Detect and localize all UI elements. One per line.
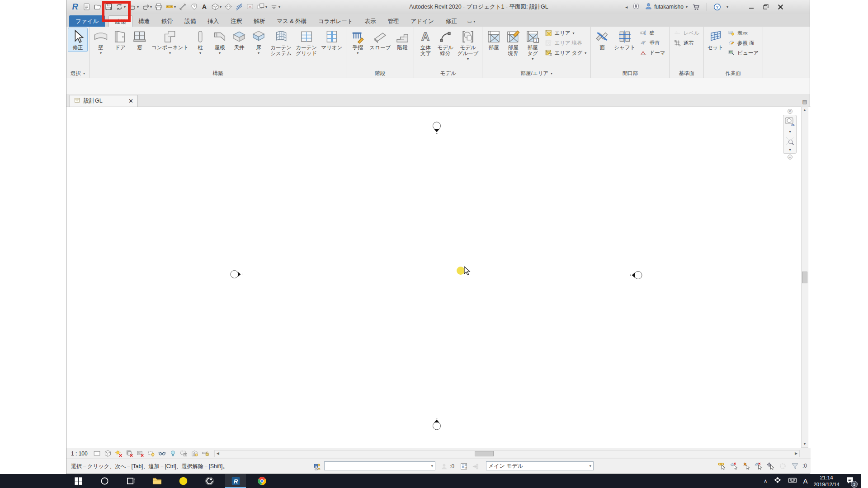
zoom-menu-icon[interactable]: ▾ (789, 148, 791, 152)
detail-level-button[interactable] (93, 449, 101, 458)
elevation-marker[interactable] (629, 267, 644, 283)
drawing-area[interactable]: ✕ 2D ▾ ▾ – (66, 107, 811, 448)
measure-dropdown-icon[interactable]: ▾ (174, 5, 176, 9)
ime-mode[interactable]: A (803, 477, 807, 485)
drag-elements-on-selection-toggle[interactable] (766, 461, 776, 471)
ribbon-tab-鉄骨[interactable]: 鉄骨 (156, 15, 179, 27)
ribbon-button-手摺[interactable]: 手摺▾ (348, 28, 367, 56)
minimize-button[interactable] (745, 2, 757, 12)
horizontal-scrollbar[interactable]: ◀ ▶ (214, 450, 800, 457)
make-primary-icon[interactable] (470, 461, 480, 471)
ribbon-button-床[interactable]: 床▾ (249, 28, 268, 56)
dropdown-icon[interactable]: ▾ (169, 51, 171, 55)
tag-by-category-button[interactable] (189, 1, 198, 12)
view-tab-active[interactable]: 設計GL ✕ (70, 95, 137, 107)
ribbon-tab-注釈[interactable]: 注釈 (225, 15, 248, 27)
dropdown-icon[interactable]: ▾ (258, 51, 259, 55)
search-icon[interactable] (630, 2, 642, 12)
vertical-scroll-thumb[interactable] (802, 272, 807, 283)
touch-keyboard-icon[interactable] (788, 476, 797, 486)
close-view-icon[interactable]: ✕ (128, 98, 133, 104)
horizontal-scroll-thumb[interactable] (475, 451, 494, 456)
visual-style-button[interactable] (104, 449, 112, 458)
redo-dropdown-icon[interactable]: ▾ (150, 5, 152, 9)
design-option-select[interactable]: メイン モデル▾ (486, 461, 594, 470)
ribbon-button-壁[interactable]: 壁 (638, 29, 666, 38)
ribbon-tab-表示[interactable]: 表示 (359, 15, 382, 27)
ribbon-button-モデルグループ[interactable]: モデル グループ▾ (455, 28, 480, 62)
taskbar-file-explorer-button[interactable] (146, 474, 167, 488)
ribbon-tab-管理[interactable]: 管理 (382, 15, 405, 27)
elevation-marker[interactable] (429, 120, 444, 135)
ribbon-button-マリオン[interactable]: マリオン (319, 28, 344, 52)
panel-dropdown-icon[interactable]: ▾ (551, 71, 552, 75)
crop-view-button[interactable] (136, 449, 145, 458)
ribbon-button-シャフト[interactable]: シャフト (612, 28, 637, 52)
collapse-infocenter-icon[interactable]: ◂ (625, 5, 627, 9)
open-folder-button[interactable] (93, 1, 103, 12)
ribbon-button-レベル[interactable]: レベル (672, 29, 700, 38)
ribbon-button-階段[interactable]: 階段 (393, 28, 412, 52)
ribbon-tab-アドイン[interactable]: アドイン (405, 15, 440, 27)
action-center-icon[interactable]: 3 (845, 476, 854, 486)
elevation-marker[interactable] (228, 267, 244, 282)
close-hidden-windows-button[interactable] (245, 1, 255, 12)
ribbon-button-モデル線分[interactable]: モデル 線分 (435, 28, 455, 57)
ribbon-button-スロープ[interactable]: スロープ (368, 28, 392, 52)
ribbon-tab-コラボレート[interactable]: コラボレート (312, 15, 359, 27)
scroll-left-icon[interactable]: ◀ (215, 450, 221, 457)
scroll-up-icon[interactable]: ▲ (802, 107, 808, 113)
undo-dropdown-icon[interactable]: ▾ (137, 5, 139, 9)
ribbon-button-通芯[interactable]: 通芯 (672, 39, 700, 47)
select-links-toggle[interactable] (717, 461, 727, 471)
select-pinned-elements-toggle[interactable] (741, 461, 751, 471)
ribbon-button-セット[interactable]: セット (706, 28, 725, 52)
ribbon-button-エリア 境界[interactable]: エリア 境界 (543, 39, 588, 47)
design-options-icon[interactable] (459, 461, 469, 471)
revit-logo-button[interactable]: R (69, 1, 81, 12)
show-crop-region-button[interactable] (147, 449, 156, 458)
redo-button[interactable]: ▾ (141, 1, 153, 12)
ribbon-state-icon[interactable]: ▭ (467, 19, 472, 24)
dropdown-icon[interactable]: ▾ (532, 57, 533, 61)
switch-windows-button[interactable]: ▾ (256, 1, 268, 12)
ribbon-button-垂直[interactable]: 垂直 (638, 39, 666, 47)
sun-path-button[interactable] (114, 449, 123, 458)
worksets-select[interactable]: ▾ (324, 461, 435, 470)
taskbar-chrome-button[interactable] (251, 474, 272, 488)
ribbon-tab-設備[interactable]: 設備 (179, 15, 202, 27)
ribbon-button-表示[interactable]: 表示 (726, 29, 760, 38)
show-analytical-model-button[interactable] (190, 449, 199, 458)
clock[interactable]: 21:14 2019/12/14 (813, 474, 840, 488)
ribbon-button-カーテングリッド[interactable]: カーテン グリッド (294, 28, 319, 57)
dropdown-icon[interactable]: ▾ (357, 51, 359, 55)
taskbar-yellow-app-button[interactable] (173, 474, 193, 488)
ribbon-button-ドーマ[interactable]: ドーマ (638, 49, 666, 57)
measure-button[interactable]: ▾ (165, 1, 177, 12)
tray-chevron-up-icon[interactable]: ∧ (764, 478, 767, 484)
ribbon-button-ドア[interactable]: ドア (111, 28, 130, 52)
dropdown-icon[interactable]: ▾ (467, 57, 469, 61)
close-button[interactable] (774, 2, 786, 12)
customize-qat-dropdown-icon[interactable]: ▾ (278, 5, 280, 9)
ribbon-button-ビューア[interactable]: ビューア (726, 49, 760, 57)
reveal-hidden-elements-button[interactable] (169, 449, 177, 458)
ribbon-button-参照 面[interactable]: 参照 面 (726, 39, 760, 47)
dropbox-icon[interactable] (773, 476, 782, 486)
worksets-icon[interactable] (312, 461, 322, 471)
navbar-collapse-icon[interactable]: – (788, 155, 793, 160)
ribbon-tab-マス & 外構[interactable]: マス & 外構 (271, 15, 312, 27)
dropdown-icon[interactable]: ▾ (585, 51, 586, 55)
dropdown-icon[interactable]: ▾ (219, 51, 221, 55)
ribbon-button-コンポーネント[interactable]: コンポーネント▾ (150, 28, 190, 56)
background-processes-toggle[interactable] (778, 461, 788, 471)
ribbon-tab-構造[interactable]: 構造 (132, 15, 156, 27)
sync-button[interactable]: ▾ (114, 1, 127, 12)
ribbon-button-壁[interactable]: 壁▾ (91, 28, 110, 56)
taskbar-start-button[interactable] (68, 474, 89, 488)
section-button[interactable] (223, 1, 233, 12)
help-icon[interactable]: ? (712, 2, 723, 12)
ribbon-button-修正[interactable]: 修正 (68, 28, 87, 52)
home-button[interactable] (82, 1, 92, 12)
undo-button[interactable]: ▾ (127, 1, 140, 12)
